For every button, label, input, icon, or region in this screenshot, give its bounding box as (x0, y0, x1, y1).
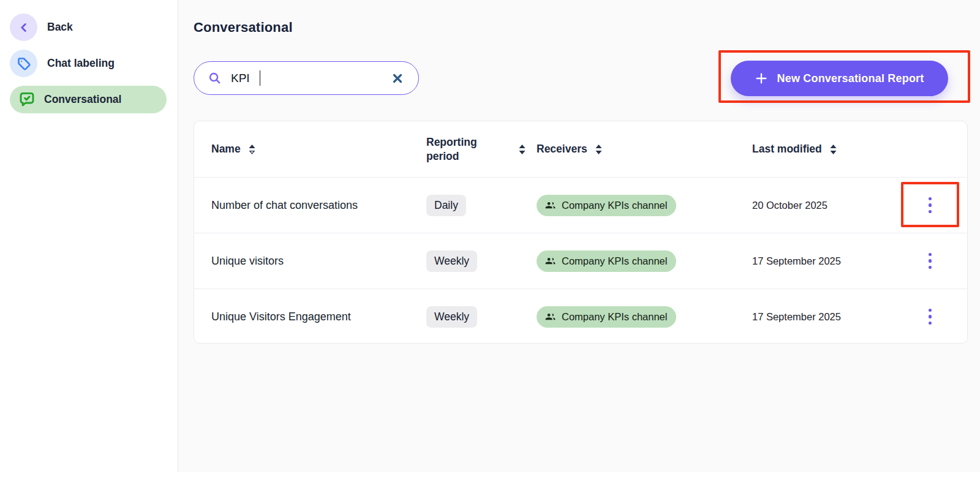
table-row[interactable]: Unique Visitors Engagement Weekly Compan… (194, 288, 967, 344)
last-modified-date: 17 September 2025 (752, 311, 893, 323)
sort-icon (249, 145, 255, 154)
column-label: Receivers (537, 143, 587, 156)
table-header-row: Name Reporting period Receivers Last mod… (194, 121, 967, 177)
receiver-badge-label: Company KPIs channel (562, 311, 667, 323)
column-label: Name (211, 143, 241, 156)
sort-button-name[interactable] (249, 145, 255, 154)
search-input[interactable]: KPI (194, 61, 419, 95)
last-modified-date: 20 October 2025 (752, 200, 893, 211)
text-cursor (260, 70, 261, 86)
period-badge: Weekly (426, 250, 477, 272)
column-header-last-modified: Last modified (752, 143, 893, 156)
row-0-kebab-menu[interactable] (922, 191, 938, 220)
search-icon (208, 71, 222, 85)
sort-button-reporting-period[interactable] (519, 145, 526, 154)
close-icon (393, 73, 402, 83)
reports-table: Name Reporting period Receivers Last mod… (194, 121, 968, 344)
clear-search-button[interactable] (390, 71, 405, 86)
row-2-kebab-menu[interactable] (922, 303, 938, 331)
report-name: Number of chat conversations (194, 199, 426, 212)
receiver-badge-label: Company KPIs channel (562, 200, 667, 211)
tag-icon (10, 50, 37, 77)
sort-button-receivers[interactable] (595, 145, 602, 154)
column-label: Last modified (752, 143, 822, 156)
chat-check-icon (18, 91, 36, 109)
table-row[interactable]: Unique visitors Weekly Company KPIs chan… (194, 233, 967, 288)
sort-icon (830, 145, 837, 154)
column-label: Reporting period (426, 135, 495, 164)
new-report-button[interactable]: New Conversational Report (731, 61, 948, 96)
period-badge: Weekly (426, 306, 477, 328)
receiver-badge: Company KPIs channel (537, 250, 676, 272)
sidebar-item-label: Back (47, 21, 73, 34)
chevron-left-icon (10, 13, 37, 41)
column-header-reporting-period: Reporting period (426, 135, 537, 164)
sort-icon (519, 145, 526, 154)
sidebar-item-label: Chat labeling (47, 57, 115, 70)
bottom-strip (0, 472, 980, 482)
new-report-button-label: New Conversational Report (777, 72, 924, 85)
period-badge: Daily (426, 195, 466, 216)
plus-icon (755, 72, 768, 85)
people-icon (545, 255, 556, 267)
sidebar-item-conversational[interactable]: Conversational (10, 86, 167, 113)
report-name: Unique Visitors Engagement (194, 311, 426, 323)
people-icon (545, 200, 556, 211)
column-header-name: Name (194, 143, 426, 156)
people-icon (545, 311, 556, 323)
sidebar-item-label: Conversational (44, 93, 121, 106)
report-name: Unique visitors (194, 255, 426, 268)
sidebar-item-chat-labeling[interactable]: Chat labeling (10, 50, 115, 77)
row-1-kebab-menu[interactable] (922, 247, 938, 276)
receiver-badge: Company KPIs channel (537, 195, 676, 216)
receiver-badge-label: Company KPIs channel (562, 255, 667, 267)
sidebar: Back Chat labeling Conversational (0, 0, 178, 472)
last-modified-date: 17 September 2025 (752, 255, 893, 267)
receiver-badge: Company KPIs channel (537, 306, 676, 328)
page-title: Conversational (194, 20, 293, 36)
search-input-value: KPI (231, 72, 250, 85)
table-row[interactable]: Number of chat conversations Daily Compa… (194, 177, 967, 233)
sidebar-item-back[interactable]: Back (10, 13, 73, 41)
sort-icon (595, 145, 602, 154)
sort-button-last-modified[interactable] (830, 145, 837, 154)
column-header-receivers: Receivers (537, 143, 752, 156)
